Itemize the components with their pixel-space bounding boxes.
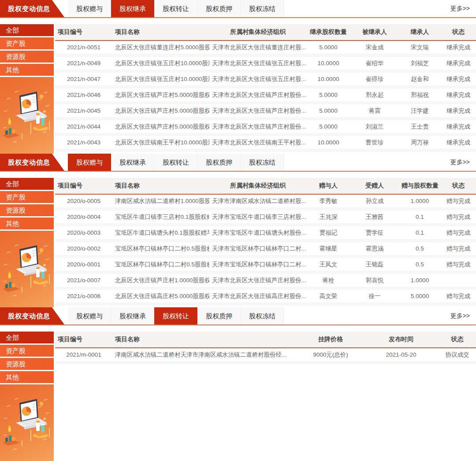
more-link[interactable]: 更多>>	[450, 5, 476, 13]
cell: 2021/o-0006	[55, 288, 112, 304]
sidebar-item-其他[interactable]: 其他	[0, 371, 54, 383]
sidebar-item-全部[interactable]: 全部	[0, 24, 54, 36]
laptop-illustration	[0, 231, 54, 307]
sidebar-item-资源股[interactable]: 资源股	[0, 358, 54, 370]
tab-股权继承[interactable]: 股权继承	[111, 154, 154, 171]
section-tab-bar: 股权变动信息 股权赠与股权继承股权转让股权质押股权冻结 更多>>	[0, 0, 476, 18]
cell: 北辰区大张庄镇张五庄村10.0000股股权继...	[112, 71, 209, 87]
cell: 崔绍华	[350, 55, 399, 71]
table-row[interactable]: 2020/o-0002宝坻区林亭口镇林亭口二村0.5股股权赠与...天津市宝坻区…	[55, 241, 476, 257]
cell: 天津市北辰区大张庄镇高庄村股份...	[209, 288, 306, 304]
sidebar-item-资源股[interactable]: 资源股	[0, 204, 54, 216]
tab-股权质押[interactable]: 股权质押	[197, 307, 241, 325]
table-row[interactable]: 2021/o-0006北辰区大张庄镇高庄村5.0000股股权赠与...天津市北辰…	[55, 288, 476, 304]
tab-股权转让[interactable]: 股权转让	[154, 0, 197, 17]
cell: 王兆深	[306, 209, 350, 225]
sidebar-item-资产股[interactable]: 资产股	[0, 191, 54, 203]
tab-股权质押[interactable]: 股权质押	[197, 154, 241, 171]
table-row[interactable]: 2021/n-0045北辰区大张庄镇芦庄村5.0000股股权继承...天津市北辰…	[55, 103, 476, 119]
table-header-row: 项目编号项目名称所属村集体经济组织继承股权数量被继承人继承人状态	[55, 24, 476, 41]
sidebar-item-资源股[interactable]: 资源股	[0, 51, 54, 63]
section-tab-bar: 股权变动信息 股权赠与股权继承股权转让股权质押股权冻结 更多>>	[0, 154, 476, 172]
table-row[interactable]: 2020/o-0001宝坻区林亭口镇林亭口二村0.5股股权赠与...天津市宝坻区…	[55, 257, 476, 273]
cell: 蒋栓	[306, 273, 350, 288]
tab-股权赠与[interactable]: 股权赠与	[68, 0, 111, 17]
tab-list: 股权赠与股权继承股权转让股权质押股权冻结	[68, 307, 284, 325]
table-row[interactable]: 2021/m-0001津南区咸水沽镇二道桥村天津市津南区咸水沽镇二道桥村股份经.…	[55, 348, 476, 363]
table-row[interactable]: 2020/o-0005津南区咸水沽镇二道桥村1.0000股股权赠...天津市津南…	[55, 194, 476, 209]
cell: 宝坻区牛道口镇李三店村0.1股股权赠与项目	[112, 209, 209, 225]
more-link[interactable]: 更多>>	[450, 159, 476, 166]
cell	[441, 273, 476, 288]
tab-股权继承[interactable]: 股权继承	[111, 307, 154, 325]
column-header-发布时间: 发布时间	[364, 332, 439, 348]
cell: 徐一	[350, 288, 399, 304]
cell: 赵金和	[399, 71, 441, 87]
laptop-charts-icon	[0, 234, 54, 307]
section-tab-bar: 股权变动信息 股权赠与股权继承股权转让股权质押股权冻结 更多>>	[0, 307, 476, 325]
cell: 北辰区大张庄镇芦庄村5.0000股股权继承...	[112, 103, 209, 119]
table-row[interactable]: 2021/n-0046北辰区大张庄镇芦庄村5.0000股股权继承...天津市北辰…	[55, 87, 476, 103]
column-header-所属村集体经济组织: 所属村集体经济组织	[209, 24, 306, 41]
cell: 10.0000	[306, 135, 350, 151]
laptop-charts-icon	[0, 81, 54, 154]
cell: 2021-05-20	[364, 348, 439, 363]
tab-股权转让[interactable]: 股权转让	[154, 154, 197, 171]
cell: 5.0000	[306, 87, 350, 103]
cell: 2021/m-0001	[55, 348, 112, 363]
column-header-被继承人: 被继承人	[350, 24, 399, 41]
tab-股权转让[interactable]: 股权转让	[154, 307, 197, 325]
cell: 赠与完成	[441, 241, 476, 257]
tab-股权赠与[interactable]: 股权赠与	[68, 154, 111, 171]
section-title: 股权变动信息	[0, 0, 66, 17]
column-header-状态: 状态	[439, 332, 476, 348]
table-row[interactable]: 2021/n-0049北辰区大张庄镇张五庄村10.0000股股权继...天津市北…	[55, 55, 476, 71]
section-banner: 股权变动信息	[0, 307, 66, 325]
sidebar-item-全部[interactable]: 全部	[0, 178, 54, 190]
cell: 继承完成	[441, 41, 476, 55]
cell: 天津市津南区咸水沽镇二道桥村股...	[209, 194, 306, 209]
table-row[interactable]: 2021/n-0047北辰区大张庄镇张五庄村10.0000股股权继...天津市北…	[55, 71, 476, 87]
table-row[interactable]: 2020/o-0003宝坻区牛道口镇塘头村0.1股股权赠与项目天津市宝坻区牛道口…	[55, 225, 476, 241]
cell: 天津市宝坻区牛道口镇李三店村股...	[209, 209, 306, 225]
table-row[interactable]: 2020/o-0004宝坻区牛道口镇李三店村0.1股股权赠与项目天津市宝坻区牛道…	[55, 209, 476, 225]
cell: 崔得珍	[350, 71, 399, 87]
tab-股权赠与[interactable]: 股权赠与	[68, 307, 111, 325]
tab-股权冻结[interactable]: 股权冻结	[241, 307, 284, 325]
tab-股权质押[interactable]: 股权质押	[197, 0, 241, 17]
tab-股权冻结[interactable]: 股权冻结	[241, 154, 284, 171]
table-row[interactable]: 2021/n-0043北辰区大张庄镇南王平村10.0000股股权继...天津市北…	[55, 135, 476, 151]
column-header-项目名称: 项目名称	[112, 332, 298, 348]
sidebar-item-资产股[interactable]: 资产股	[0, 37, 54, 49]
cell: 5.0000	[399, 288, 441, 304]
section-content: 全部资产股资源股其他	[0, 332, 476, 461]
tab-股权继承[interactable]: 股权继承	[111, 0, 154, 17]
laptop-illustration	[0, 77, 54, 154]
tab-股权冻结[interactable]: 股权冻结	[241, 0, 284, 17]
table-row[interactable]: 2021/n-0044北辰区大张庄镇芦庄村5.0000股股权继承...天津市北辰…	[55, 119, 476, 135]
cell: 周万禄	[399, 135, 441, 151]
sidebar-item-其他[interactable]: 其他	[0, 218, 54, 229]
more-link[interactable]: 更多>>	[450, 312, 476, 320]
cell: 2020/o-0002	[55, 241, 112, 257]
cell: 赠与完成	[441, 288, 476, 304]
cell: 天津市北辰区大张庄镇芦庄村股份...	[209, 273, 306, 288]
cell: 宝坻区林亭口镇林亭口二村0.5股股权赠与...	[112, 257, 209, 273]
column-header-继承股权数量: 继承股权数量	[306, 24, 350, 41]
cell: 汪学建	[399, 103, 441, 119]
sidebar-item-其他[interactable]: 其他	[0, 64, 54, 76]
cell: 王凤文	[306, 257, 350, 273]
sidebar-item-全部[interactable]: 全部	[0, 332, 54, 343]
column-header-赠与股权数量: 赠与股权数量	[399, 178, 441, 194]
section-content: 全部资产股资源股其他	[0, 178, 476, 307]
table-row[interactable]: 2021/n-0051北辰区大张庄镇董连庄村5.0000股股权继...天津市北辰…	[55, 41, 476, 55]
cell: 天津市宝坻区牛道口镇塘头村股份...	[209, 225, 306, 241]
category-sidebar: 全部资产股资源股其他	[0, 332, 54, 461]
cell: 刘淑兰	[350, 119, 399, 135]
column-header-项目编号: 项目编号	[55, 24, 112, 41]
cell: 邢永起	[350, 87, 399, 103]
table-row[interactable]: 2021/o-0007北辰区大张庄镇芦庄村1.0000股股权赠与...天津市北辰…	[55, 273, 476, 288]
sidebar-item-资产股[interactable]: 资产股	[0, 345, 54, 357]
equity-change-section: 股权变动信息 股权赠与股权继承股权转让股权质押股权冻结 更多>> 全部资产股资源…	[0, 154, 476, 307]
column-header-挂牌价格: 挂牌价格	[298, 332, 364, 348]
